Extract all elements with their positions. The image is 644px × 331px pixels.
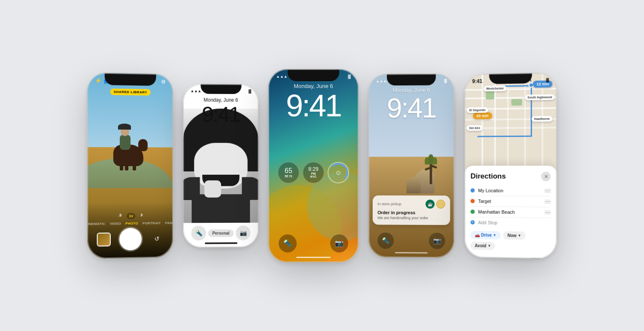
signal-icons-joshua: ▲▲▲ (376, 79, 387, 83)
home-indicator-joshua (395, 252, 428, 253)
signal-icons-maps: ▲▲▲ (497, 79, 508, 83)
phone-maps: 12 min 20 min Westchester South Inglewoo… (465, 72, 557, 258)
drive-chip[interactable]: 🚗 Drive ▼ (471, 231, 501, 239)
world-clock-time: 8:29 (308, 167, 318, 172)
target-label: Target (478, 198, 541, 204)
manhattan-beach-label: Manhattan Beach (478, 209, 541, 215)
flashlight-button-joshua[interactable]: 🔦 (377, 232, 394, 248)
mode-pano[interactable]: PANO (165, 221, 173, 225)
battery-icon-bw: ▓ (249, 89, 251, 93)
notif-body: We are handcrafting your order (377, 216, 445, 221)
transport-options-row: 🚗 Drive ▼ Now ▼ Avoid ▼ (471, 227, 551, 254)
camera-button-bw[interactable]: 📷 (236, 225, 250, 240)
phone-camera: ⚡ 👥 ⌃ ⊙ SHARED LIBRARY (87, 73, 173, 259)
camera-thumbnail[interactable] (97, 232, 111, 246)
notif-starbucks-icon: ☕ (425, 200, 434, 209)
target-dot (471, 199, 475, 203)
lock-profile-label: Personal (208, 229, 234, 237)
phone-lock-color: ▲▲▲ WiFi ▓ Monday, June 6 9:41 65 55 72 … (268, 69, 358, 262)
camera-status-icons-right: ⊙ (161, 79, 165, 85)
target-handle[interactable] (544, 200, 550, 203)
world-clock-period: PM (311, 172, 316, 175)
manhattan-beach-dot (471, 210, 475, 214)
zoom-1x[interactable]: 1x (127, 213, 135, 219)
time-bubble-20min: 20 min (473, 112, 492, 119)
mode-photo[interactable]: PHOTO (125, 221, 138, 225)
weather-temp: 65 (285, 167, 292, 175)
my-location-handle[interactable] (544, 189, 550, 193)
shutter-row: ↺ (87, 227, 173, 251)
activity-widget: ⊙ (328, 162, 349, 183)
map-park-1 (486, 91, 494, 99)
starbucks-notification: In store pickup ☕ Order in progress We a… (373, 195, 450, 225)
duration-info: 32 min 9.7 mi · 1 stop (471, 256, 500, 259)
phone-lock-joshua: ▲▲▲ WiFi ▓ Monday, June 6 9:41 In store … (369, 73, 454, 258)
add-stop-label[interactable]: Add Stop (478, 220, 551, 226)
lock-bw-date: Monday, June 6 (183, 97, 258, 103)
notch-lock-bw (200, 84, 241, 94)
map-label-westchester: Westchester (483, 85, 506, 91)
notch-camera (105, 73, 156, 85)
chevron-down-now: ▼ (518, 234, 521, 237)
camera-subject (96, 90, 165, 203)
wifi-icon-maps: WiFi (523, 78, 531, 82)
signal-icons-bw: ▲▲▲ (191, 89, 201, 93)
go-button[interactable]: GO (528, 258, 551, 258)
phones-container: ⚡ 👥 ⌃ ⊙ SHARED LIBRARY (70, 61, 574, 271)
route-line-vertical (531, 85, 532, 137)
shutter-button[interactable] (119, 228, 142, 250)
lock-color-time: 9:41 (268, 90, 358, 121)
map-label-hawthorne: Hawthorne (532, 116, 553, 122)
dir-row-target: Target (471, 196, 551, 207)
now-chip[interactable]: Now ▼ (503, 231, 526, 240)
lock-joshua-date: Monday, June 6 (369, 87, 454, 93)
map-label-el-segundo: El Segundo (467, 107, 488, 112)
lock-color-date: Monday, June 6 (268, 83, 358, 89)
add-stop-dot: + (471, 220, 475, 224)
battery-icon-color: ▓ (348, 74, 351, 79)
flashlight-button-color[interactable]: 🔦 (279, 234, 297, 252)
zoom-3x[interactable]: 3 (140, 213, 143, 219)
car-icon: 🚗 (475, 232, 480, 237)
shared-library-badge: SHARED LIBRARY (110, 88, 151, 95)
my-location-label: My Location (478, 188, 541, 193)
joshua-tree-illustration (425, 151, 437, 184)
chevron-down-avoid: ▼ (488, 244, 491, 248)
flashlight-button-bw[interactable]: 🔦 (191, 225, 206, 240)
directions-header: Directions ✕ (471, 171, 551, 181)
weather-range: 55 72 (285, 175, 292, 178)
world-clock-widget: 8:29 PM NYC (303, 162, 324, 183)
notif-person-icon (436, 200, 445, 209)
lock-bw-time: 9:41 (183, 103, 258, 125)
phone-lock-bw: ▲▲▲ WiFi ▓ Monday, June 6 9:41 (183, 84, 258, 247)
horse-rider-illustration (111, 123, 150, 170)
lock-color-bottom-bar: 🔦 📷 (268, 232, 358, 262)
flip-camera-button[interactable]: ↺ (150, 231, 164, 245)
world-clock-city: NYC (310, 175, 317, 178)
map-label-south-inglewood: South Inglewood (525, 94, 555, 100)
battery-icon-joshua: ▓ (444, 79, 447, 83)
mode-portrait[interactable]: PORTRAIT (143, 221, 161, 225)
joshua-bottom-bar: 🔦 📷 (369, 231, 454, 258)
camera-button-joshua[interactable]: 📷 (429, 232, 445, 249)
camera-button-color[interactable]: 📷 (330, 234, 348, 252)
notif-app-name: In store pickup (377, 202, 401, 206)
lock-joshua-time: 9:41 (369, 94, 454, 121)
notif-title: Order in progress (377, 210, 445, 215)
bolt-icon: ⚡ (95, 77, 102, 83)
map-park-2 (511, 99, 522, 105)
zoom-point5[interactable]: .5 (118, 213, 122, 219)
avoid-chip[interactable]: Avoid ▼ (471, 241, 495, 250)
lock-color-widgets: 65 55 72 8:29 PM NYC ⊙ (268, 162, 358, 183)
lock-color-time-display: Monday, June 6 9:41 (268, 83, 358, 121)
trip-duration: 32 min (471, 256, 500, 259)
mode-cinematic[interactable]: CINEMATIC (87, 222, 105, 226)
close-directions-button[interactable]: ✕ (541, 172, 550, 181)
mode-video[interactable]: VIDEO (110, 222, 122, 225)
avoid-label: Avoid (475, 243, 486, 248)
manhattan-beach-handle[interactable] (544, 210, 550, 214)
status-bar-maps: 9:41 ▲▲▲ WiFi ▓ (465, 72, 557, 86)
directions-panel: Directions ✕ My Location Target (465, 166, 557, 259)
drive-label: Drive (481, 233, 492, 237)
dir-row-add-stop: + Add Stop (471, 217, 551, 228)
